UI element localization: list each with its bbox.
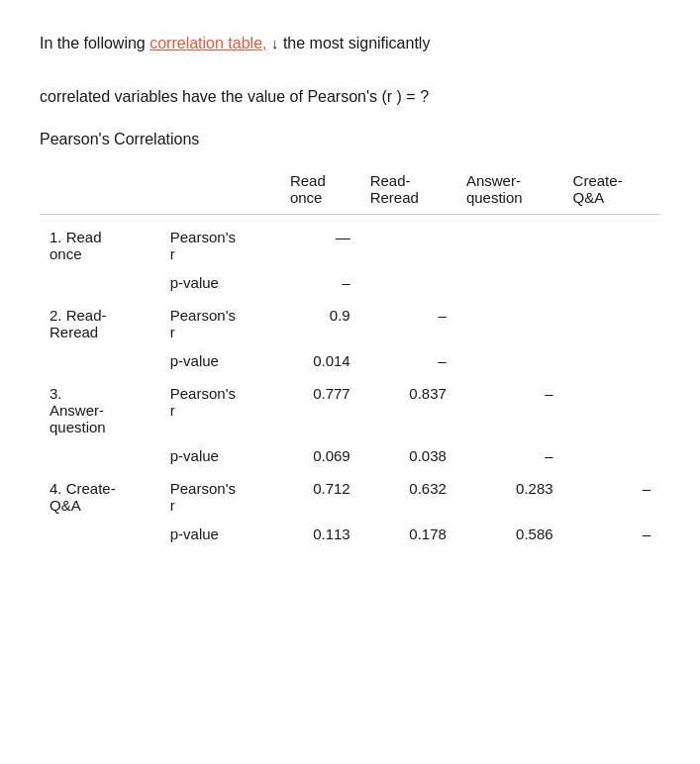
table-row: 1. Read once Pearson's r —	[40, 214, 660, 268]
correlations-table: Read once Read- Reread Answer- question …	[40, 166, 660, 554]
table-row: 3. Answer- question Pearson's r 0.777 0.…	[40, 381, 660, 441]
row3-col2: 0.837	[360, 381, 456, 441]
table-row: p-value 0.014 –	[40, 346, 660, 381]
row2b-col3	[456, 346, 563, 381]
table-row: p-value –	[40, 268, 660, 303]
header-col1: Read once	[280, 166, 360, 215]
row2b-col4	[563, 346, 660, 381]
intro-paragraph: In the following correlation table, ↓ th…	[40, 30, 660, 111]
row2b-col2: –	[360, 346, 456, 381]
row1b-col2	[360, 268, 456, 303]
row2-stat: Pearson's r	[160, 303, 280, 346]
row3-var-num: 3. Answer- question	[40, 381, 160, 441]
row1b-col4	[563, 268, 660, 303]
row4b-col2: 0.178	[360, 520, 456, 554]
row4b-col3: 0.586	[456, 520, 563, 554]
row4-col3: 0.283	[456, 476, 563, 520]
row4b-col1: 0.113	[280, 520, 360, 554]
header-col3: Answer- question	[456, 166, 563, 215]
intro-line1-pre: In the following	[40, 35, 150, 51]
row2-var-num: 2. Read- Reread	[40, 303, 160, 346]
row2-col3	[456, 303, 563, 346]
row3b-stat: p-value	[160, 441, 280, 476]
intro-line2: correlated variables have the value of P…	[40, 88, 429, 105]
correlation-table-link[interactable]: correlation table,	[150, 35, 266, 51]
row4-col2: 0.632	[360, 476, 456, 520]
row4-col1: 0.712	[280, 476, 360, 520]
row3b-col4	[563, 441, 660, 476]
row4b-col4: –	[563, 520, 660, 554]
row2-col1: 0.9	[280, 303, 360, 346]
row1-col1: —	[280, 214, 360, 268]
row1b-stat: p-value	[160, 268, 280, 303]
row3b-col3: –	[456, 441, 563, 476]
row3-col4	[563, 381, 660, 441]
row4-var-num: 4. Create- Q&A	[40, 476, 160, 520]
download-icon: ↓	[271, 31, 279, 56]
table-row: 4. Create- Q&A Pearson's r 0.712 0.632 0…	[40, 476, 660, 520]
row1-col2	[360, 214, 456, 268]
row1-stat: Pearson's r	[160, 214, 280, 268]
row1-col3	[456, 214, 563, 268]
header-variable	[40, 166, 280, 215]
row2-col4	[563, 303, 660, 346]
row4-col4: –	[563, 476, 660, 520]
row4-stat: Pearson's r	[160, 476, 280, 520]
row1b-col3	[456, 268, 563, 303]
row4b-var-num	[40, 520, 160, 554]
table-row: p-value 0.113 0.178 0.586 –	[40, 520, 660, 554]
row1-col4	[563, 214, 660, 268]
intro-line1-post: the most significantly	[283, 35, 431, 51]
table-row: p-value 0.069 0.038 –	[40, 441, 660, 476]
row2b-stat: p-value	[160, 346, 280, 381]
row3-col1: 0.777	[280, 381, 360, 441]
row1-var-num: 1. Read once	[40, 214, 160, 268]
row1b-var-num	[40, 268, 160, 303]
row3-stat: Pearson's r	[160, 381, 280, 441]
row1b-col1: –	[280, 268, 360, 303]
row2b-var-num	[40, 346, 160, 381]
row2b-col1: 0.014	[280, 346, 360, 381]
table-row: 2. Read- Reread Pearson's r 0.9 –	[40, 303, 660, 346]
row3b-col1: 0.069	[280, 441, 360, 476]
row3b-col2: 0.038	[360, 441, 456, 476]
section-title: Pearson's Correlations	[40, 131, 660, 148]
header-col4: Create- Q&A	[563, 166, 660, 215]
row3-col3: –	[456, 381, 563, 441]
table-header-row: Read once Read- Reread Answer- question …	[40, 166, 660, 215]
row3b-var-num	[40, 441, 160, 476]
row2-col2: –	[360, 303, 456, 346]
header-col2: Read- Reread	[360, 166, 456, 215]
row4b-stat: p-value	[160, 520, 280, 554]
